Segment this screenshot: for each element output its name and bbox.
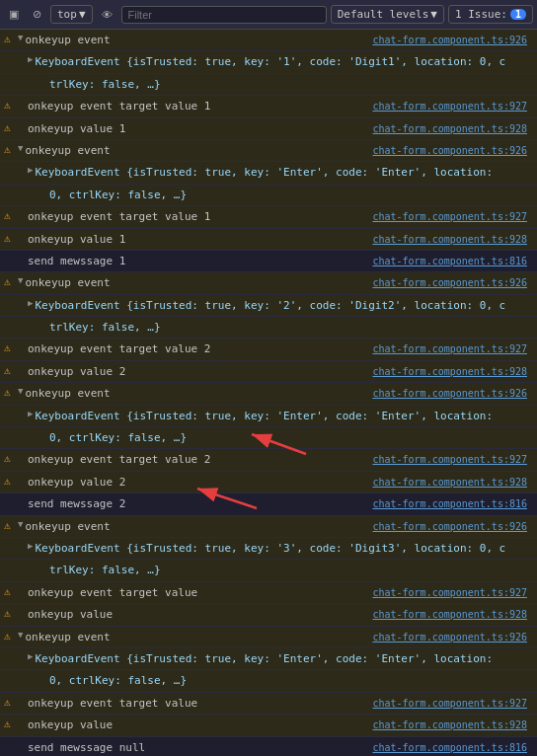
log-source[interactable]: chat-form.component.ts:927 (368, 341, 533, 356)
log-source[interactable]: chat-form.component.ts:927 (368, 99, 533, 113)
log-source[interactable]: chat-form.component.ts:926 (368, 386, 533, 401)
log-message: onkeyup event (25, 273, 368, 292)
issue-badge[interactable]: 1 Issue: 1 (448, 5, 533, 24)
log-message: onkeyup event target value 2 (28, 340, 368, 358)
log-row: ⚠▼onkeyup eventchat-form.component.ts:92… (0, 140, 537, 162)
log-extra-row: 0, ctrlKey: false, …} (0, 185, 537, 206)
log-child-row: ▶KeyboardEvent {isTrusted: true, key: '1… (0, 51, 537, 73)
child-expand-arrow[interactable]: ▶ (28, 163, 35, 175)
log-row: ⚠onkeyup event target valuechat-form.com… (0, 693, 537, 715)
log-message: onkeyup event (25, 384, 368, 403)
eye-button[interactable]: 👁 (97, 6, 117, 24)
child-expand-arrow[interactable]: ▶ (28, 52, 35, 64)
panel-icon-button[interactable]: ▣ (4, 5, 24, 24)
child-log-message: KeyboardEvent {isTrusted: true, key: 'En… (35, 163, 533, 182)
log-row: ⚠onkeyup value 2chat-form.component.ts:9… (0, 361, 537, 383)
eye-icon: 👁 (102, 9, 113, 21)
log-message: onkeyup event target value 1 (28, 207, 368, 226)
log-row: ⚠onkeyup valuechat-form.component.ts:928 (0, 715, 537, 736)
log-message: onkeyup value 2 (28, 362, 368, 381)
log-source[interactable]: chat-form.component.ts:927 (368, 452, 533, 467)
child-log-message: KeyboardEvent {isTrusted: true, key: 'En… (35, 407, 533, 425)
warning-icon: ⚠ (0, 273, 18, 288)
log-row: ⚠onkeyup event target valuechat-form.com… (0, 582, 537, 604)
log-message: onkeyup event (25, 517, 368, 536)
log-extra-row: trlKey: false, …} (0, 560, 537, 581)
filter-input[interactable] (121, 6, 327, 24)
log-source[interactable]: chat-form.component.ts:927 (368, 209, 533, 224)
log-message: onkeyup value 1 (28, 230, 368, 249)
expand-arrow[interactable]: ▼ (18, 273, 25, 285)
expand-arrow[interactable]: ▼ (18, 31, 25, 42)
expand-arrow[interactable]: ▼ (18, 517, 25, 529)
level-label: top (57, 8, 77, 21)
warning-icon: ⚠ (0, 605, 18, 620)
log-source[interactable]: chat-form.component.ts:928 (368, 607, 533, 622)
block-icon-button[interactable]: ⊘ (28, 5, 46, 24)
log-source[interactable]: chat-form.component.ts:926 (368, 33, 533, 47)
log-message: onkeyup value 1 (28, 119, 368, 138)
log-child-row: ▶KeyboardEvent {isTrusted: true, key: '3… (0, 538, 537, 560)
extra-log-message: 0, ctrlKey: false, …} (49, 428, 533, 447)
expand-arrow[interactable]: ▼ (18, 141, 25, 153)
log-source[interactable]: chat-form.component.ts:816 (368, 496, 533, 511)
log-source[interactable]: chat-form.component.ts:928 (368, 364, 533, 379)
log-row: send mewssage nullchat-form.component.ts… (0, 737, 537, 757)
expand-arrow[interactable]: ▼ (18, 384, 25, 396)
warning-icon: ⚠ (0, 97, 18, 112)
warning-icon: ⚠ (0, 207, 18, 222)
warning-icon: ⚠ (0, 517, 18, 532)
panel-icon: ▣ (9, 8, 19, 21)
log-row: ⚠▼onkeyup eventchat-form.component.ts:92… (0, 627, 537, 648)
log-source[interactable]: chat-form.component.ts:927 (368, 696, 533, 711)
default-levels-label: Default levels (338, 8, 429, 21)
log-source[interactable]: chat-form.component.ts:927 (368, 585, 533, 600)
devtools-toolbar: ▣ ⊘ top ▼ 👁 Default levels ▼ 1 Issue: 1 (0, 0, 537, 30)
child-expand-arrow[interactable]: ▶ (28, 649, 35, 661)
log-source[interactable]: chat-form.component.ts:928 (368, 121, 533, 136)
log-source[interactable]: chat-form.component.ts:926 (368, 519, 533, 534)
child-expand-arrow[interactable]: ▶ (28, 296, 35, 308)
log-row: ⚠onkeyup valuechat-form.component.ts:928 (0, 604, 537, 626)
log-message: send mewssage null (28, 738, 368, 757)
warning-icon: ⚠ (0, 628, 18, 643)
log-row: send mewssage 1chat-form.component.ts:81… (0, 251, 537, 272)
child-expand-arrow[interactable]: ▶ (28, 539, 35, 551)
warning-icon: ⚠ (0, 230, 18, 245)
level-dropdown[interactable]: top ▼ (50, 5, 93, 24)
log-message: onkeyup event (25, 628, 368, 646)
extra-log-message: trlKey: false, …} (49, 75, 533, 94)
log-source[interactable]: chat-form.component.ts:928 (368, 232, 533, 247)
block-icon: ⊘ (33, 8, 41, 21)
log-row: ⚠▼onkeyup eventchat-form.component.ts:92… (0, 383, 537, 405)
log-source[interactable]: chat-form.component.ts:816 (368, 254, 533, 268)
child-expand-arrow[interactable]: ▶ (28, 407, 35, 418)
log-area[interactable]: ⚠▼onkeyup eventchat-form.component.ts:92… (0, 30, 537, 756)
log-source[interactable]: chat-form.component.ts:926 (368, 630, 533, 644)
issue-label: 1 Issue: (455, 8, 507, 21)
log-message: onkeyup event (25, 141, 368, 160)
default-levels-button[interactable]: Default levels ▼ (331, 5, 444, 24)
log-row: ⚠onkeyup value 2chat-form.component.ts:9… (0, 472, 537, 493)
log-source[interactable]: chat-form.component.ts:928 (368, 475, 533, 490)
log-row: ⚠onkeyup event target value 2chat-form.c… (0, 339, 537, 360)
log-row: ⚠▼onkeyup eventchat-form.component.ts:92… (0, 516, 537, 538)
log-row: ⚠onkeyup event target value 2chat-form.c… (0, 449, 537, 471)
warning-icon: ⚠ (0, 384, 18, 399)
log-source[interactable]: chat-form.component.ts:926 (368, 143, 533, 158)
log-message: send mewssage 1 (28, 252, 368, 270)
extra-log-message: 0, ctrlKey: false, …} (49, 671, 533, 690)
log-row: ⚠onkeyup event target value 1chat-form.c… (0, 96, 537, 117)
expand-arrow[interactable]: ▼ (18, 628, 25, 640)
log-source[interactable]: chat-form.component.ts:928 (368, 718, 533, 732)
extra-log-message: trlKey: false, …} (49, 561, 533, 579)
log-row: ⚠▼onkeyup eventchat-form.component.ts:92… (0, 272, 537, 294)
warning-icon: ⚠ (0, 694, 18, 709)
child-log-message: KeyboardEvent {isTrusted: true, key: '3'… (35, 539, 533, 558)
log-source[interactable]: chat-form.component.ts:816 (368, 740, 533, 755)
log-source[interactable]: chat-form.component.ts:926 (368, 275, 533, 290)
log-child-row: ▶KeyboardEvent {isTrusted: true, key: '2… (0, 295, 537, 317)
log-row: ⚠onkeyup value 1chat-form.component.ts:9… (0, 118, 537, 140)
warning-icon: ⚠ (0, 119, 18, 134)
log-child-row: ▶KeyboardEvent {isTrusted: true, key: 'E… (0, 162, 537, 184)
